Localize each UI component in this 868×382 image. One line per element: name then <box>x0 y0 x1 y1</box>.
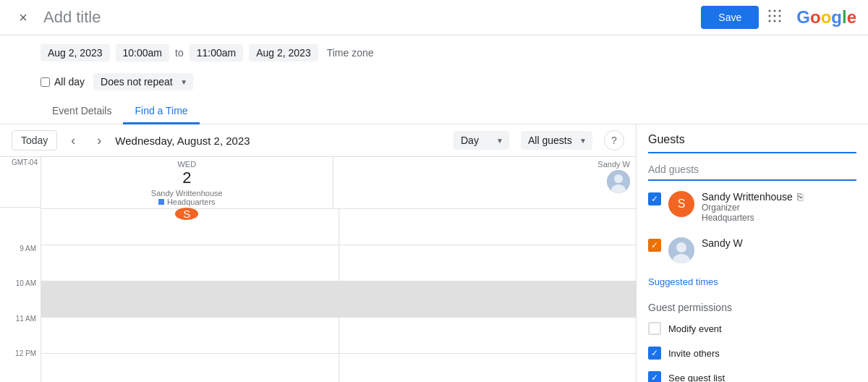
tab-event-details[interactable]: Event Details <box>41 99 123 124</box>
cal-row-12pm <box>41 354 636 382</box>
cal-row-11am <box>41 318 636 354</box>
svg-point-8 <box>779 20 781 22</box>
calendar-section: Today ‹ › Wednesday, August 2, 2023 Day … <box>0 124 637 382</box>
time-label-10am: 10 AM <box>0 278 41 313</box>
svg-point-6 <box>769 20 771 22</box>
tab-find-time[interactable]: Find a Time <box>123 99 199 124</box>
svg-point-0 <box>769 9 771 12</box>
col-header-sandy: WED 2 Sandy Writtenhouse Headquarters S <box>41 157 333 208</box>
guest-item-sandy: ✓ S Sandy Writtenhouse ⎘ Organizer Headq… <box>648 187 856 227</box>
col-day-num: 2 <box>182 169 191 187</box>
cell-10am-sandyw[interactable] <box>339 281 637 317</box>
help-button[interactable]: ? <box>604 130 624 150</box>
today-button[interactable]: Today <box>12 130 57 150</box>
cell-8am-sandyw[interactable] <box>339 209 637 245</box>
google-apps-button[interactable] <box>767 9 782 27</box>
col-owner-badge: Sandy Writtenhouse <box>151 189 223 198</box>
checkmark-guestlist: ✓ <box>651 373 658 382</box>
timezone-button[interactable]: Time zone <box>327 47 374 59</box>
time-label-11am: 11 AM <box>0 313 41 349</box>
hq-label: Headquarters <box>167 198 216 206</box>
perm-label-invite: Invite others <box>668 348 720 359</box>
google-logo: Google <box>796 7 856 27</box>
gmt-label: GMT-04 <box>0 157 41 166</box>
guest-filter-wrapper: All guests <box>521 131 592 150</box>
svg-point-2 <box>779 9 781 12</box>
time-label-8am: 8 AM <box>0 208 41 243</box>
permission-item-guestlist: ✓ See guest list <box>648 368 856 382</box>
perm-label-guestlist: See guest list <box>668 373 725 383</box>
guest-name-sandyw: Sandy W <box>702 237 856 249</box>
allday-row: All day Does not repeat <box>0 70 868 93</box>
cal-row-8am <box>41 209 636 245</box>
guest-org-sandy: Headquarters <box>702 213 856 223</box>
perm-checkbox-invite[interactable]: ✓ <box>648 347 661 360</box>
sandyw-photo-header <box>607 170 630 193</box>
col-header-sandyw: Sandy W <box>333 157 637 208</box>
close-button[interactable]: × <box>12 6 35 29</box>
repeat-wrapper: Does not repeat <box>93 73 193 90</box>
perm-label-modify: Modify event <box>668 323 722 334</box>
view-select[interactable]: Day Week Month <box>454 131 509 150</box>
repeat-select[interactable]: Does not repeat <box>93 73 193 90</box>
svg-point-3 <box>769 14 771 17</box>
svg-point-5 <box>779 14 781 17</box>
cell-8am-sandy[interactable] <box>41 209 339 245</box>
to-separator: to <box>175 47 184 59</box>
end-time-button[interactable]: 11:00am <box>190 44 243 61</box>
calendar-nav: Today ‹ › Wednesday, August 2, 2023 Day … <box>0 124 636 157</box>
calendar-rows[interactable] <box>41 209 636 382</box>
end-date-button[interactable]: Aug 2, 2023 <box>249 44 318 61</box>
save-button[interactable]: Save <box>701 6 759 29</box>
cell-9am-sandyw[interactable] <box>339 245 637 281</box>
cell-12pm-sandyw[interactable] <box>339 354 637 382</box>
guest-info-sandyw: Sandy W <box>702 237 856 249</box>
allday-checkbox[interactable] <box>41 77 50 87</box>
start-time-button[interactable]: 10:00am <box>116 44 169 61</box>
view-select-wrapper: Day Week Month <box>454 131 509 150</box>
owner-name: Sandy Writtenhouse <box>151 189 223 198</box>
title-input[interactable] <box>43 8 692 27</box>
checkmark-invite: ✓ <box>651 348 658 358</box>
allday-checkbox-label[interactable]: All day <box>41 76 85 88</box>
guest-avatar-sandyw <box>668 237 694 263</box>
start-date-button[interactable]: Aug 2, 2023 <box>41 44 110 61</box>
guest-checkbox-sandyw[interactable]: ✓ <box>648 239 661 252</box>
perm-checkbox-guestlist[interactable]: ✓ <box>648 371 661 382</box>
suggested-times[interactable]: Suggested times <box>648 273 856 290</box>
header: × Save Google <box>0 0 868 35</box>
cal-row-10am <box>41 281 636 318</box>
col-hq-badge: Headquarters <box>158 198 216 206</box>
perm-checkbox-modify[interactable] <box>648 322 661 335</box>
next-button[interactable]: › <box>89 130 109 150</box>
svg-point-7 <box>774 20 776 22</box>
add-guests-input[interactable] <box>648 159 856 181</box>
guest-permissions-title: Guest permissions <box>648 302 856 313</box>
main-content: Today ‹ › Wednesday, August 2, 2023 Day … <box>0 124 868 382</box>
guest-role-sandy: Organizer <box>702 203 856 213</box>
svg-point-13 <box>676 242 686 252</box>
guests-title: Guests <box>648 133 856 153</box>
svg-point-10 <box>614 174 623 183</box>
cell-10am-sandy[interactable] <box>41 281 339 317</box>
hq-dot <box>158 199 164 205</box>
checkmark-sandyw: ✓ <box>651 240 658 250</box>
calendar-date-label: Wednesday, August 2, 2023 <box>115 135 448 147</box>
cell-11am-sandy[interactable] <box>41 318 339 353</box>
guest-info-sandy: Sandy Writtenhouse ⎘ Organizer Headquart… <box>702 191 856 223</box>
permission-item-modify: Modify event <box>648 319 856 338</box>
guest-filter-select[interactable]: All guests <box>521 131 592 150</box>
cell-12pm-sandy[interactable] <box>41 354 339 382</box>
prev-button[interactable]: ‹ <box>63 130 83 150</box>
cell-11am-sandyw[interactable] <box>339 318 637 353</box>
checkmark-sandy: ✓ <box>651 194 658 204</box>
datetime-row: Aug 2, 2023 10:00am to 11:00am Aug 2, 20… <box>0 35 868 70</box>
guest-checkbox-sandy[interactable]: ✓ <box>648 192 661 205</box>
guests-section: Guests ✓ S Sandy Writtenhouse ⎘ Organize… <box>637 124 868 382</box>
time-label-12pm: 12 PM <box>0 348 41 382</box>
copy-icon-sandy[interactable]: ⎘ <box>797 191 803 203</box>
allday-label: All day <box>54 76 85 88</box>
permission-item-invite: ✓ Invite others <box>648 344 856 362</box>
svg-point-1 <box>774 9 776 12</box>
cell-9am-sandy[interactable] <box>41 245 339 281</box>
